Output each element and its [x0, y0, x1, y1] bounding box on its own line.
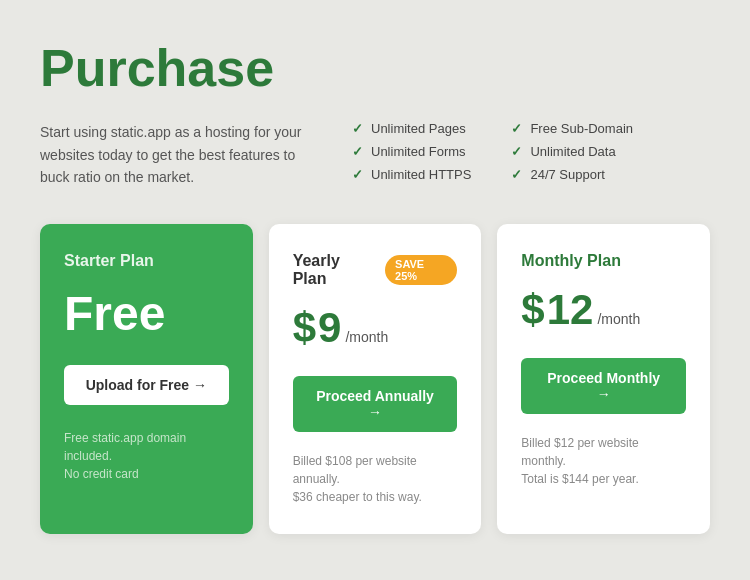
intro-section: Start using static.app as a hosting for …: [40, 121, 710, 188]
feature-label: Unlimited Data: [530, 144, 615, 159]
feature-free-subdomain: ✓ Free Sub-Domain: [511, 121, 633, 136]
feature-247-support: ✓ 24/7 Support: [511, 167, 633, 182]
check-icon: ✓: [352, 121, 363, 136]
proceed-annually-button[interactable]: Proceed Annually →: [293, 376, 458, 432]
yearly-price-period: /month: [345, 329, 388, 345]
check-icon: ✓: [511, 121, 522, 136]
intro-text: Start using static.app as a hosting for …: [40, 121, 320, 188]
feature-label: 24/7 Support: [530, 167, 604, 182]
monthly-plan-footer: Billed $12 per website monthly. Total is…: [521, 434, 686, 488]
monthly-plan-price-row: $ 12 /month: [521, 286, 686, 334]
feature-label: Unlimited HTTPS: [371, 167, 471, 182]
check-icon: ✓: [511, 167, 522, 182]
monthly-plan-name: Monthly Plan: [521, 252, 621, 270]
yearly-price-dollar: $: [293, 304, 316, 352]
feature-col-2: ✓ Free Sub-Domain ✓ Unlimited Data ✓ 24/…: [511, 121, 633, 182]
check-icon: ✓: [352, 144, 363, 159]
yearly-plan-price-row: $ 9 /month: [293, 304, 458, 352]
feature-col-1: ✓ Unlimited Pages ✓ Unlimited Forms ✓ Un…: [352, 121, 471, 182]
feature-label: Unlimited Forms: [371, 144, 466, 159]
plans-section: Starter Plan Free Upload for Free → Free…: [40, 224, 710, 534]
starter-plan-footer: Free static.app domain included. No cred…: [64, 429, 229, 483]
monthly-plan-card: Monthly Plan $ 12 /month Proceed Monthly…: [497, 224, 710, 534]
feature-unlimited-pages: ✓ Unlimited Pages: [352, 121, 471, 136]
starter-plan-price: Free: [64, 286, 229, 341]
feature-unlimited-forms: ✓ Unlimited Forms: [352, 144, 471, 159]
starter-plan-card: Starter Plan Free Upload for Free → Free…: [40, 224, 253, 534]
feature-label: Free Sub-Domain: [530, 121, 633, 136]
monthly-price-period: /month: [597, 311, 640, 327]
page-title: Purchase: [40, 40, 710, 97]
yearly-plan-footer: Billed $108 per website annually. $36 ch…: [293, 452, 458, 506]
proceed-monthly-button[interactable]: Proceed Monthly →: [521, 358, 686, 414]
monthly-price-dollar: $: [521, 286, 544, 334]
monthly-plan-name-row: Monthly Plan: [521, 252, 686, 270]
upload-free-button[interactable]: Upload for Free →: [64, 365, 229, 405]
yearly-plan-name-row: Yearly Plan SAVE 25%: [293, 252, 458, 288]
yearly-price-amount: 9: [318, 304, 341, 352]
features-columns: ✓ Unlimited Pages ✓ Unlimited Forms ✓ Un…: [352, 121, 710, 182]
yearly-plan-badge: SAVE 25%: [385, 255, 457, 285]
yearly-plan-card: Yearly Plan SAVE 25% $ 9 /month Proceed …: [269, 224, 482, 534]
check-icon: ✓: [352, 167, 363, 182]
feature-unlimited-data: ✓ Unlimited Data: [511, 144, 633, 159]
feature-label: Unlimited Pages: [371, 121, 466, 136]
yearly-plan-name: Yearly Plan: [293, 252, 375, 288]
starter-plan-name: Starter Plan: [64, 252, 229, 270]
monthly-price-amount: 12: [547, 286, 594, 334]
feature-unlimited-https: ✓ Unlimited HTTPS: [352, 167, 471, 182]
check-icon: ✓: [511, 144, 522, 159]
